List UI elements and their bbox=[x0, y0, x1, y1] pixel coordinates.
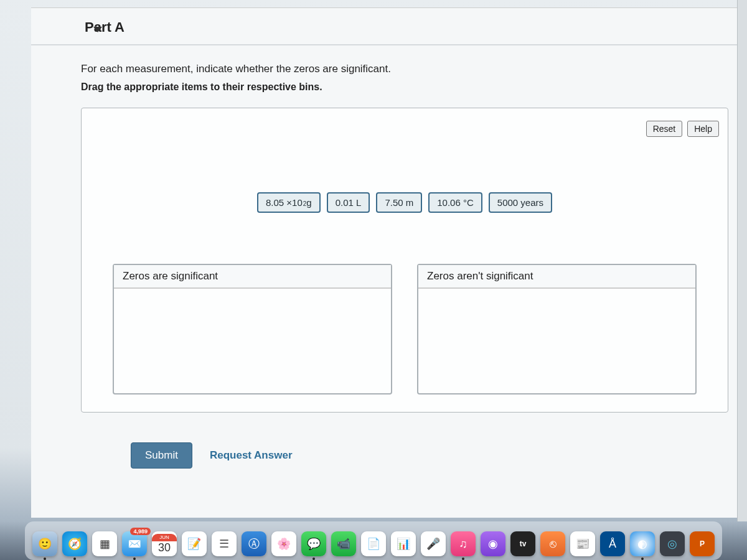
request-answer-link[interactable]: Request Answer bbox=[210, 449, 293, 462]
dock: 🙂 🧭 ▦ ✉️4,989 JUN 30 📝 ☰ Ⓐ 🌸 💬 📹 📄 📊 🎤 ♫… bbox=[25, 521, 722, 560]
drag-item-unit: g bbox=[306, 197, 311, 208]
drag-item-2[interactable]: 7.50 m bbox=[376, 192, 422, 213]
dock-area: 🙂 🧭 ▦ ✉️4,989 JUN 30 📝 ☰ Ⓐ 🌸 💬 📹 📄 📊 🎤 ♫… bbox=[0, 521, 747, 560]
question-instruction: Drag the appropriate items to their resp… bbox=[81, 82, 747, 93]
bin-significant[interactable]: Zeros are significant bbox=[113, 264, 392, 394]
drag-item-label: 8.05 ×10 bbox=[266, 197, 303, 208]
news-icon[interactable]: 📰 bbox=[570, 531, 595, 556]
bin-header-not-significant: Zeros aren't significant bbox=[418, 265, 695, 289]
mail-icon[interactable]: ✉️4,989 bbox=[122, 531, 147, 556]
p-label: P bbox=[700, 539, 705, 548]
launchpad-icon[interactable]: ▦ bbox=[92, 531, 117, 556]
draggable-items-row: 8.05 ×102g 0.01 L 7.50 m 10.06 °C 5000 y… bbox=[82, 192, 728, 213]
appletv-icon[interactable]: tv bbox=[510, 531, 535, 556]
drag-item-label: 7.50 m bbox=[385, 197, 413, 208]
facetime-icon[interactable]: 📹 bbox=[331, 531, 356, 556]
photos-icon[interactable]: 🌸 bbox=[271, 531, 296, 556]
podcasts-icon[interactable]: ◉ bbox=[481, 531, 505, 556]
calendar-icon[interactable]: JUN 30 bbox=[152, 531, 177, 556]
question-body: For each measurement, indicate whether t… bbox=[31, 45, 747, 469]
app-icon-a[interactable]: Å bbox=[600, 531, 625, 556]
music-icon[interactable]: ♫ bbox=[451, 531, 476, 556]
numbers-icon[interactable]: 📊 bbox=[391, 531, 416, 556]
reminders-icon[interactable]: ☰ bbox=[212, 531, 237, 556]
messages-icon[interactable]: 💬 bbox=[301, 531, 326, 556]
submit-button[interactable]: Submit bbox=[131, 442, 192, 469]
keynote-icon[interactable]: 🎤 bbox=[421, 531, 446, 556]
part-title: Part A bbox=[85, 19, 125, 35]
drag-item-4[interactable]: 5000 years bbox=[489, 192, 552, 213]
actions-row: Submit Request Answer bbox=[131, 442, 747, 469]
calendar-month: JUN bbox=[152, 534, 177, 541]
calendar-day: 30 bbox=[158, 541, 171, 554]
safari-icon[interactable]: 🧭 bbox=[62, 531, 87, 556]
activity-toolbar: Reset Help bbox=[646, 121, 719, 137]
bin-header-significant: Zeros are significant bbox=[114, 265, 391, 289]
app-icon-p[interactable]: P bbox=[690, 531, 715, 556]
chrome-icon[interactable]: ◐ bbox=[630, 531, 655, 556]
bin-not-significant[interactable]: Zeros aren't significant bbox=[417, 264, 697, 394]
pages-icon[interactable]: 📄 bbox=[361, 531, 386, 556]
mail-badge: 4,989 bbox=[130, 528, 151, 535]
app-icon-b[interactable]: ◎ bbox=[660, 531, 685, 556]
appletv-label: tv bbox=[520, 539, 527, 548]
drag-item-label: 0.01 L bbox=[336, 197, 362, 208]
drag-item-label: 10.06 °C bbox=[437, 197, 474, 208]
bins-row: Zeros are significant Zeros aren't signi… bbox=[113, 264, 697, 394]
drag-item-3[interactable]: 10.06 °C bbox=[428, 192, 482, 213]
finder-icon[interactable]: 🙂 bbox=[32, 531, 57, 556]
drag-item-label: 5000 years bbox=[497, 197, 543, 208]
vertical-scrollbar[interactable] bbox=[737, 0, 747, 521]
shortcuts-icon[interactable]: ⎋ bbox=[540, 531, 565, 556]
help-button[interactable]: Help bbox=[687, 121, 719, 137]
collapse-icon[interactable] bbox=[93, 27, 102, 32]
notes-icon[interactable]: 📝 bbox=[182, 531, 207, 556]
question-prompt: For each measurement, indicate whether t… bbox=[81, 63, 747, 75]
drag-drop-activity: Reset Help 8.05 ×102g 0.01 L 7.50 m 10.0… bbox=[81, 108, 728, 413]
appstore-icon[interactable]: Ⓐ bbox=[242, 531, 266, 556]
reset-button[interactable]: Reset bbox=[646, 121, 683, 137]
drag-item-0[interactable]: 8.05 ×102g bbox=[257, 192, 321, 213]
question-page: Part A For each measurement, indicate wh… bbox=[31, 7, 747, 518]
drag-item-1[interactable]: 0.01 L bbox=[327, 192, 370, 213]
part-header: Part A bbox=[31, 8, 747, 45]
